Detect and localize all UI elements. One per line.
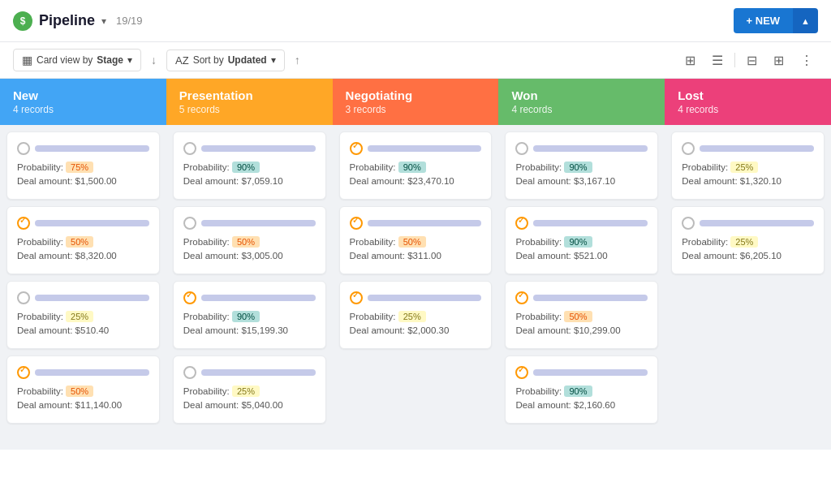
card-deal-amount: Deal amount: $521.00 — [515, 251, 648, 261]
probability-badge: 90% — [398, 162, 426, 173]
card-checkbox[interactable] — [17, 291, 30, 304]
card-checkbox[interactable] — [350, 142, 363, 155]
col-subtitle-presentation: 5 records — [179, 104, 320, 115]
column-new: New 4 records Probability: 75% Deal amou… — [0, 79, 166, 450]
card-deal-amount: Deal amount: $311.00 — [350, 251, 482, 261]
card-probability: Probability: 90% — [350, 162, 482, 173]
column-lost: Lost 4 records Probability: 25% Deal amo… — [665, 79, 831, 450]
card-name-bar — [533, 145, 648, 152]
card-view-button[interactable]: ▦ Card view by Stage ▾ — [13, 49, 141, 71]
card-name-row — [17, 366, 149, 379]
table-row[interactable]: Probability: 25% Deal amount: $1,320.10 — [671, 131, 825, 200]
card-name-bar — [35, 145, 149, 152]
more-options-button[interactable]: ⋮ — [795, 50, 818, 71]
column-header-lost: Lost 4 records — [665, 79, 831, 125]
card-probability: Probability: 50% — [350, 236, 482, 248]
card-checkbox[interactable] — [350, 217, 363, 230]
sort-az-icon: AZ — [175, 54, 189, 67]
filter-button[interactable]: ⊟ — [742, 50, 762, 71]
column-header-new: New 4 records — [0, 79, 166, 125]
sort-direction-button[interactable]: ↓ — [148, 52, 160, 68]
cards-container-lost: Probability: 25% Deal amount: $1,320.10 … — [665, 125, 831, 450]
card-name-row — [17, 217, 149, 230]
deal-value: $3,167.10 — [574, 176, 615, 186]
card-probability: Probability: 25% — [682, 236, 814, 248]
sort-dropdown: ▾ — [271, 54, 276, 66]
card-deal-amount: Deal amount: $5,040.00 — [183, 400, 316, 410]
column-negotiating: Negotiating 3 records Probability: 90% D… — [333, 79, 499, 450]
table-row[interactable]: Probability: 90% Deal amount: $7,059.10 — [173, 131, 326, 200]
table-row[interactable]: Probability: 25% Deal amount: $2,000.30 — [339, 281, 493, 349]
card-checkbox[interactable] — [17, 366, 30, 379]
table-row[interactable]: Probability: 25% Deal amount: $510.40 — [6, 281, 160, 349]
card-deal-amount: Deal amount: $510.40 — [17, 325, 149, 335]
table-row[interactable]: Probability: 50% Deal amount: $10,299.00 — [505, 281, 658, 349]
card-checkbox[interactable] — [682, 217, 695, 230]
card-name-bar — [201, 145, 316, 152]
pipeline-dropdown-arrow[interactable]: ▾ — [101, 15, 106, 27]
card-checkbox[interactable] — [682, 142, 695, 155]
card-deal-amount: Deal amount: $2,000.30 — [350, 325, 482, 335]
card-checkbox[interactable] — [515, 217, 528, 230]
card-probability: Probability: 25% — [350, 311, 482, 322]
table-row[interactable]: Probability: 90% Deal amount: $23,470.10 — [339, 131, 493, 200]
deal-value: $3,005.00 — [241, 251, 282, 261]
card-name-row — [682, 217, 814, 230]
probability-badge: 90% — [564, 386, 592, 397]
table-row[interactable]: Probability: 90% Deal amount: $2,160.60 — [505, 355, 658, 424]
probability-badge: 25% — [730, 236, 758, 248]
col-title-lost: Lost — [678, 88, 818, 102]
probability-badge: 90% — [564, 162, 592, 173]
card-checkbox[interactable] — [183, 217, 196, 230]
deal-value: $510.40 — [75, 325, 110, 335]
table-row[interactable]: Probability: 50% Deal amount: $311.00 — [339, 206, 493, 274]
column-header-won: Won 4 records — [498, 79, 665, 125]
card-deal-amount: Deal amount: $8,320.00 — [17, 251, 149, 261]
list-view-button[interactable]: ☰ — [707, 50, 728, 71]
card-checkbox[interactable] — [17, 217, 30, 230]
table-row[interactable]: Probability: 75% Deal amount: $1,500.00 — [6, 131, 160, 200]
table-row[interactable]: Probability: 25% Deal amount: $5,040.00 — [173, 355, 326, 424]
header-left: $ Pipeline ▾ 19/19 — [13, 11, 143, 31]
card-checkbox[interactable] — [515, 291, 528, 304]
card-checkbox[interactable] — [350, 291, 363, 304]
card-name-bar — [533, 220, 648, 226]
card-probability: Probability: 90% — [515, 236, 648, 248]
card-name-row — [350, 217, 482, 230]
toolbar-right: ⊞ ☰ ⊟ ⊞ ⋮ — [680, 50, 818, 71]
deal-value: $311.00 — [407, 251, 441, 261]
sort-button[interactable]: AZ Sort by Updated ▾ — [166, 50, 285, 71]
card-deal-amount: Deal amount: $6,205.10 — [682, 251, 814, 261]
card-checkbox[interactable] — [183, 291, 196, 304]
card-name-bar — [201, 295, 316, 301]
table-row[interactable]: Probability: 50% Deal amount: $3,005.00 — [173, 206, 326, 274]
card-checkbox[interactable] — [183, 366, 196, 379]
card-name-bar — [35, 369, 149, 376]
card-checkbox[interactable] — [17, 142, 30, 155]
card-checkbox[interactable] — [183, 142, 196, 155]
new-button[interactable]: + NEW — [734, 8, 794, 33]
card-name-row — [183, 291, 316, 304]
deal-value: $8,320.00 — [75, 251, 117, 261]
card-checkbox[interactable] — [515, 366, 528, 379]
card-probability: Probability: 90% — [515, 162, 648, 173]
deal-value: $2,000.30 — [407, 325, 449, 335]
table-row[interactable]: Probability: 50% Deal amount: $8,320.00 — [6, 206, 160, 274]
card-checkbox[interactable] — [515, 142, 528, 155]
sort-asc-button[interactable]: ↑ — [291, 52, 304, 68]
table-row[interactable]: Probability: 25% Deal amount: $6,205.10 — [671, 206, 825, 274]
table-row[interactable]: Probability: 90% Deal amount: $521.00 — [505, 206, 658, 274]
table-row[interactable]: Probability: 50% Deal amount: $11,140.00 — [6, 355, 160, 424]
probability-badge: 25% — [232, 386, 260, 397]
card-probability: Probability: 90% — [183, 162, 316, 173]
card-name-bar — [533, 295, 648, 301]
table-row[interactable]: Probability: 90% Deal amount: $15,199.30 — [173, 281, 326, 349]
new-button-dropdown[interactable]: ▲ — [793, 8, 818, 33]
card-probability: Probability: 90% — [183, 311, 316, 322]
new-button-group: + NEW ▲ — [734, 8, 818, 33]
probability-badge: 50% — [232, 236, 260, 248]
grid-view-button[interactable]: ⊞ — [680, 50, 700, 71]
table-row[interactable]: Probability: 90% Deal amount: $3,167.10 — [505, 131, 658, 200]
card-name-row — [515, 217, 648, 230]
columns-button[interactable]: ⊞ — [769, 50, 789, 71]
